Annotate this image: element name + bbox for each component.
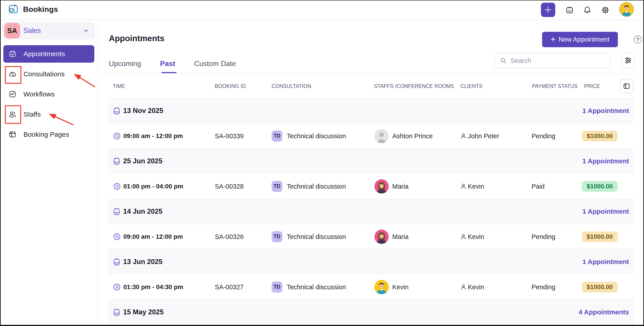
sidebar-item-label: Booking Pages bbox=[24, 131, 69, 138]
group-appointment-count[interactable]: 1 Appointment bbox=[582, 208, 629, 215]
tabs: Upcoming Past Custom Date bbox=[109, 60, 236, 68]
sidebar-item-label: Staffs bbox=[24, 111, 41, 118]
date-group-row: 15 May 20254 Appointments bbox=[108, 300, 634, 325]
staff-name: Maria bbox=[392, 233, 408, 240]
column-header-time: TIME bbox=[113, 83, 125, 89]
person-icon bbox=[460, 284, 467, 290]
payment-status: Pending bbox=[532, 233, 555, 240]
gear-icon[interactable] bbox=[601, 6, 609, 14]
staff-name: Maria bbox=[392, 183, 408, 190]
payment-status: Pending bbox=[532, 283, 555, 291]
booking-id: SA-00328 bbox=[215, 183, 244, 190]
consultation-name: Technical discussion bbox=[287, 183, 346, 190]
group-date: 14 Jun 2025 bbox=[123, 207, 162, 215]
appointment-row[interactable]: 09:00 am - 12:00 pmSA-00326TDTechnical d… bbox=[108, 224, 634, 249]
calendar-date-icon bbox=[113, 207, 121, 216]
booking-pages-icon bbox=[8, 130, 16, 139]
workflows-icon bbox=[8, 90, 16, 98]
appointment-time: 09:00 am - 12:00 pm bbox=[124, 132, 183, 140]
appointments-table: 13 Nov 20251 Appointment09:00 am - 12:00… bbox=[108, 98, 634, 325]
staff-avatar bbox=[374, 280, 389, 294]
group-date: 25 Jun 2025 bbox=[123, 157, 162, 165]
user-avatar[interactable] bbox=[620, 3, 634, 16]
active-tab-underline bbox=[162, 72, 176, 73]
sidebar: SA Sales AppointmentsConsultationsWorkfl… bbox=[1, 20, 97, 325]
clock-icon bbox=[113, 132, 121, 140]
group-date: 13 Nov 2025 bbox=[123, 107, 163, 115]
workspace-avatar: SA bbox=[4, 23, 20, 39]
tab-past[interactable]: Past bbox=[160, 60, 175, 68]
tab-custom-date[interactable]: Custom Date bbox=[194, 60, 236, 68]
sidebar-nav: AppointmentsConsultationsWorkflowsStaffs… bbox=[3, 45, 94, 146]
column-header-price: PRICE bbox=[584, 83, 600, 89]
staff-name: Ashton Prince bbox=[392, 132, 433, 140]
top-bar: Bookings bbox=[1, 1, 643, 20]
column-settings-button[interactable] bbox=[620, 79, 634, 93]
search-input[interactable] bbox=[510, 57, 600, 65]
plus-icon bbox=[544, 6, 552, 14]
consultation-badge: TD bbox=[272, 281, 282, 293]
consultation-name: Technical discussion bbox=[287, 233, 346, 240]
client-name: Kevin bbox=[468, 183, 484, 190]
group-appointment-count[interactable]: 1 Appointment bbox=[582, 157, 629, 165]
group-date: 13 Jun 2025 bbox=[123, 258, 162, 266]
appointment-time: 09:00 am - 12:00 pm bbox=[124, 233, 183, 240]
clock-icon bbox=[113, 283, 121, 291]
filter-button[interactable] bbox=[622, 53, 634, 68]
sidebar-item-appointments[interactable]: Appointments bbox=[3, 45, 94, 63]
date-group-row: 14 Jun 20251 Appointment bbox=[108, 199, 634, 224]
price-badge: $1000.00 bbox=[582, 231, 618, 242]
client-name: John Peter bbox=[468, 132, 499, 140]
app-title: Bookings bbox=[23, 5, 58, 14]
group-appointment-count[interactable]: 4 Appointments bbox=[578, 308, 629, 316]
staff-name: Kevin bbox=[392, 283, 408, 291]
appointment-time: 01:00 pm - 04:00 pm bbox=[124, 183, 183, 190]
search-box bbox=[495, 53, 610, 68]
table-header: TIMEBOOKING IDCONSULTATIONSTAFFS /CONFER… bbox=[108, 74, 633, 98]
sidebar-item-staffs[interactable]: Staffs bbox=[3, 106, 94, 123]
sidebar-item-label: Consultations bbox=[24, 70, 64, 78]
group-appointment-count[interactable]: 1 Appointment bbox=[582, 258, 629, 266]
appointment-row[interactable]: 01:00 pm - 04:00 pmSA-00328TDTechnical d… bbox=[108, 174, 634, 199]
price-badge: $1000.00 bbox=[582, 282, 618, 292]
column-header-staffs-conference-rooms: STAFFS /CONFERENCE ROOMS bbox=[374, 83, 454, 89]
booking-id: SA-00326 bbox=[215, 233, 244, 240]
appointment-row[interactable]: 09:00 am - 12:00 pmSA-00339TDTechnical d… bbox=[108, 123, 634, 149]
sidebar-item-workflows[interactable]: Workflows bbox=[3, 86, 94, 103]
brand: Bookings bbox=[8, 4, 58, 15]
client-name: Kevin bbox=[468, 233, 484, 240]
person-icon bbox=[460, 233, 467, 240]
new-quick-add-button[interactable] bbox=[541, 3, 555, 17]
search-icon bbox=[500, 57, 507, 64]
help-button[interactable]: ? bbox=[634, 36, 642, 43]
staffs-icon bbox=[8, 110, 16, 118]
client-name: Kevin bbox=[468, 283, 484, 291]
booking-id: SA-00339 bbox=[215, 132, 244, 140]
price-badge: $1000.00 bbox=[582, 181, 618, 192]
chevron-down-icon bbox=[83, 28, 89, 34]
sidebar-item-label: Appointments bbox=[24, 50, 65, 58]
column-header-clients: CLIENTS bbox=[460, 83, 482, 89]
consultation-name: Technical discussion bbox=[287, 283, 346, 291]
clock-icon bbox=[113, 233, 121, 240]
bell-icon[interactable] bbox=[583, 6, 591, 14]
sidebar-item-consultations[interactable]: Consultations bbox=[3, 65, 94, 83]
calendar-icon[interactable] bbox=[566, 6, 574, 14]
calendar-check-icon bbox=[8, 50, 16, 58]
consultation-name: Technical discussion bbox=[287, 132, 346, 140]
sidebar-item-booking-pages[interactable]: Booking Pages bbox=[3, 126, 94, 143]
tab-upcoming[interactable]: Upcoming bbox=[109, 60, 141, 68]
bookings-logo-icon bbox=[8, 4, 19, 15]
sidebar-separator bbox=[1, 42, 97, 42]
consultation-badge: TD bbox=[272, 231, 282, 242]
appointment-row[interactable]: 01:30 pm - 04:30 pmSA-00327TDTechnical d… bbox=[108, 274, 634, 300]
new-appointment-button[interactable]: + New Appointment bbox=[542, 32, 618, 47]
sidebar-item-label: Workflows bbox=[24, 90, 55, 98]
person-icon bbox=[460, 183, 467, 190]
group-appointment-count[interactable]: 1 Appointment bbox=[582, 107, 629, 115]
group-date: 15 May 2025 bbox=[123, 308, 164, 316]
columns-icon bbox=[623, 82, 630, 90]
date-group-row: 25 Jun 20251 Appointment bbox=[108, 149, 634, 174]
column-header-payment-status: PAYMENT STATUS bbox=[532, 83, 578, 89]
workspace-selector[interactable]: SA Sales bbox=[2, 22, 95, 39]
